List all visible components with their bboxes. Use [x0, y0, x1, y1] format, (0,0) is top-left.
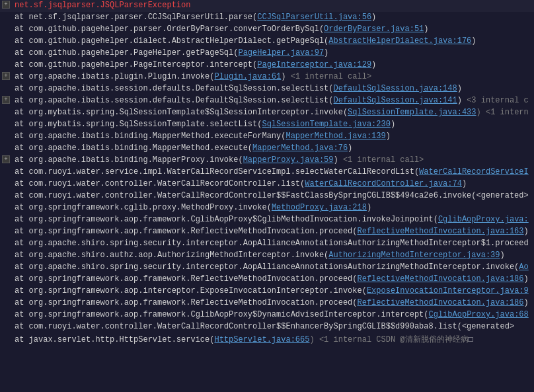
stack-link[interactable]: MapperProxy.java:59: [243, 155, 334, 165]
stack-text: at com.ruoyi.water.controller.WaterCallR…: [15, 179, 305, 188]
stack-link[interactable]: AuthorizingMethodInterceptor.java:39: [328, 251, 500, 260]
stack-link[interactable]: Ao: [519, 262, 528, 272]
stack-text: <1 internal call>: [291, 72, 371, 81]
stack-text: at com.ruoyi.water.controller.WaterCallR…: [15, 322, 514, 331]
line-text: at com.ruoyi.water.controller.WaterCallR…: [12, 322, 534, 331]
stack-trace-line: +net.sf.jsqlparser.JSQLParserException: [0, 0, 534, 12]
stack-text: at org.springframework.aop.framework.Ref…: [15, 274, 357, 284]
stack-trace-line: at org.springframework.cglib.proxy.Metho…: [0, 202, 534, 214]
line-text: at com.github.pagehelper.PageInterceptor…: [12, 60, 534, 69]
stack-link[interactable]: SqlSessionTemplate.java:230: [262, 120, 390, 129]
stack-text: ): [391, 120, 395, 129]
stack-trace-line: at com.github.pagehelper.PageInterceptor…: [0, 59, 534, 71]
stack-text: ): [524, 227, 529, 236]
stack-link[interactable]: ReflectiveMethodInvocation.java:163: [357, 227, 523, 236]
stack-text: at org.springframework.aop.framework.Ref…: [15, 227, 357, 236]
stack-link[interactable]: MapperMethod.java:139: [286, 132, 385, 141]
stack-trace-line: at org.springframework.aop.framework.Cgl…: [0, 214, 534, 226]
stack-link[interactable]: WaterCallRecordController.java:74: [305, 179, 462, 188]
stack-text: ): [500, 251, 505, 260]
stack-link[interactable]: SqlSessionTemplate.java:433: [348, 108, 476, 117]
stack-link[interactable]: MethodProxy.java:218: [272, 203, 367, 212]
stack-text: ): [457, 84, 462, 93]
line-text: at javax.servlet.http.HttpServlet.servic…: [12, 334, 534, 345]
stack-link[interactable]: DefaultSqlSession.java:148: [333, 84, 457, 93]
stack-trace-line: at org.springframework.aop.framework.Cgl…: [0, 309, 534, 321]
line-text: at org.springframework.aop.interceptor.E…: [12, 286, 534, 295]
stack-trace-line: at com.ruoyi.water.controller.WaterCallR…: [0, 178, 534, 190]
stack-text: ): [524, 274, 529, 284]
stack-text: □: [469, 335, 473, 344]
stack-trace-line: at org.apache.ibatis.session.defaults.De…: [0, 83, 534, 95]
stack-text: net.sf.jsqlparser.JSQLParserException: [15, 1, 190, 10]
stack-link[interactable]: HttpServlet.java:665: [214, 335, 309, 344]
line-gutter[interactable]: +: [0, 96, 12, 104]
line-text: at org.apache.ibatis.session.defaults.De…: [12, 84, 534, 93]
line-text: at com.github.pagehelper.PageHelper.getP…: [12, 48, 534, 58]
expand-icon[interactable]: +: [2, 72, 10, 80]
stack-text: at org.apache.ibatis.binding.MapperMetho…: [15, 132, 286, 141]
line-text: at com.github.pagehelper.dialect.Abstrac…: [12, 36, 534, 46]
stack-trace-line: at org.springframework.aop.framework.Ref…: [0, 274, 534, 286]
stack-trace-line: at org.springframework.aop.framework.Ref…: [0, 226, 534, 238]
expand-icon[interactable]: +: [2, 155, 10, 163]
stack-text: at org.springframework.aop.interceptor.E…: [15, 286, 367, 295]
stack-trace-line: + at org.apache.ibatis.binding.MapperPro…: [0, 155, 534, 167]
stack-trace-line: at com.ruoyi.water.service.impl.WaterCal…: [0, 167, 534, 178]
stack-text: at com.github.pagehelper.dialect.Abstrac…: [15, 36, 328, 46]
stack-link[interactable]: PageHelper.java:97: [238, 48, 324, 58]
stack-text: ): [348, 143, 352, 153]
line-gutter[interactable]: +: [0, 72, 12, 80]
stack-text: at org.apache.ibatis.binding.MapperMetho…: [15, 143, 252, 153]
stack-link[interactable]: CCJSqlParserUtil.java:56: [257, 13, 371, 22]
line-text: at org.springframework.aop.framework.Cgl…: [12, 215, 534, 224]
stack-link[interactable]: CglibAopProxy.java:68: [429, 310, 529, 319]
line-text: at org.springframework.aop.framework.Ref…: [12, 298, 534, 307]
stack-link[interactable]: WaterCallRecordServiceI: [419, 167, 529, 176]
line-text: at org.springframework.cglib.proxy.Metho…: [12, 203, 534, 212]
stack-link[interactable]: DefaultSqlSession.java:141: [333, 96, 457, 105]
stack-link[interactable]: ExposeInvocationInterceptor.java:9: [367, 286, 529, 295]
stack-text: ): [371, 13, 376, 22]
stack-link[interactable]: PageInterceptor.java:129: [257, 60, 371, 69]
stack-link[interactable]: Plugin.java:61: [214, 72, 281, 81]
expand-icon[interactable]: +: [2, 1, 10, 9]
stack-text: ): [471, 36, 476, 46]
stack-text: at com.github.pagehelper.PageHelper.getP…: [15, 48, 238, 58]
stack-trace-line: at net.sf.jsqlparser.parser.CCJSqlParser…: [0, 12, 534, 24]
stack-link[interactable]: ReflectiveMethodInvocation.java:186: [357, 274, 523, 284]
stack-text: ): [457, 96, 467, 105]
line-text: at org.apache.shiro.authz.aop.Authorizin…: [12, 251, 534, 260]
line-text: at org.apache.ibatis.plugin.Plugin.invok…: [12, 72, 534, 81]
stack-text: at org.apache.ibatis.session.defaults.De…: [15, 84, 333, 93]
stack-text: at org.mybatis.spring.SqlSessionTemplate…: [15, 120, 262, 129]
stack-trace-line: at org.apache.shiro.authz.aop.Authorizin…: [0, 250, 534, 262]
line-text: at com.ruoyi.water.service.impl.WaterCal…: [12, 167, 534, 176]
line-text: at org.apache.ibatis.binding.MapperMetho…: [12, 143, 534, 153]
stack-link[interactable]: MapperMethod.java:76: [252, 143, 348, 153]
stack-link[interactable]: AbstractHelperDialect.java:176: [328, 36, 471, 46]
stack-link[interactable]: CglibAopProxy.java:: [438, 215, 529, 224]
stack-link[interactable]: OrderByParser.java:51: [324, 24, 424, 34]
stack-trace-line: at com.ruoyi.water.controller.WaterCallR…: [0, 321, 534, 333]
line-gutter[interactable]: +: [0, 155, 12, 163]
stack-text: at org.apache.ibatis.plugin.Plugin.invok…: [15, 72, 214, 81]
stack-text: at org.springframework.cglib.proxy.Metho…: [15, 203, 272, 212]
stack-text: at org.springframework.aop.framework.Ref…: [15, 298, 357, 307]
stack-trace-line: at org.apache.ibatis.binding.MapperMetho…: [0, 143, 534, 155]
stack-text: ): [367, 203, 371, 212]
stack-text: ): [524, 298, 529, 307]
line-text: at org.apache.shiro.spring.security.inte…: [12, 262, 534, 272]
stack-text: at net.sf.jsqlparser.parser.CCJSqlParser…: [15, 13, 257, 22]
stack-trace-line: at com.ruoyi.water.controller.WaterCallR…: [0, 190, 534, 202]
expand-icon[interactable]: +: [2, 96, 10, 104]
stack-text: CSDN @清新脱俗的神经病: [376, 335, 468, 344]
line-text: at org.apache.ibatis.binding.MapperProxy…: [12, 155, 534, 165]
stack-link[interactable]: ReflectiveMethodInvocation.java:186: [357, 298, 523, 307]
stack-text: at org.apache.shiro.spring.security.inte…: [15, 239, 529, 248]
line-text: at net.sf.jsqlparser.parser.CCJSqlParser…: [12, 13, 534, 22]
stack-text: at com.ruoyi.water.controller.WaterCallR…: [15, 191, 529, 200]
stack-text: ) <1 intern: [477, 108, 529, 117]
stack-text: at org.springframework.aop.framework.Cgl…: [15, 310, 429, 319]
line-gutter[interactable]: +: [0, 1, 12, 9]
